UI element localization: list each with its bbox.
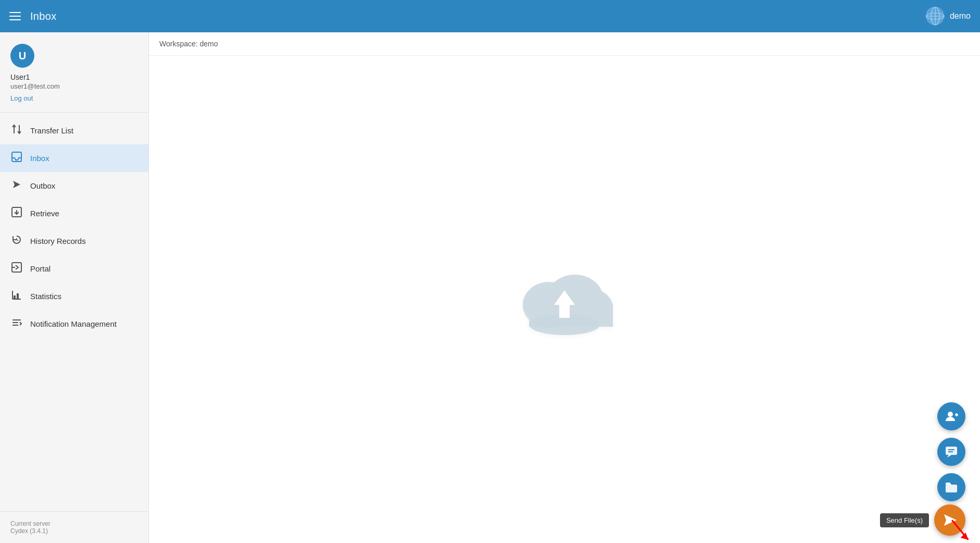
red-arrow-annotation — [949, 517, 975, 543]
notification-management-label: Notification Management — [30, 319, 117, 328]
sidebar-item-statistics[interactable]: Statistics — [0, 282, 148, 310]
history-records-label: History Records — [30, 237, 86, 245]
chat-fab-button[interactable] — [937, 438, 965, 466]
svg-rect-37 — [946, 485, 957, 492]
logout-link[interactable]: Log out — [10, 94, 33, 102]
user-avatar: U — [10, 44, 34, 68]
sidebar-item-inbox[interactable]: Inbox — [0, 144, 148, 172]
sidebar: U User1 user1@test.com Log out Transfer … — [0, 32, 149, 543]
transfer-list-label: Transfer List — [30, 126, 73, 135]
outbox-icon — [10, 179, 23, 193]
menu-icon[interactable] — [9, 12, 21, 20]
cloud-download-icon — [507, 258, 622, 341]
sidebar-username: User1 — [10, 73, 138, 81]
app-header: Inbox demo — [0, 0, 980, 32]
svg-rect-32 — [946, 447, 957, 455]
sidebar-item-outbox[interactable]: Outbox — [0, 172, 148, 200]
svg-rect-17 — [14, 295, 16, 299]
content-area — [149, 56, 980, 543]
svg-line-12 — [17, 240, 18, 241]
app-body: U User1 user1@test.com Log out Transfer … — [0, 32, 980, 543]
server-version: Cydex (3.4.1) — [10, 527, 138, 535]
sidebar-email: user1@test.com — [10, 82, 138, 90]
retrieve-icon — [10, 206, 23, 220]
svg-rect-18 — [17, 293, 19, 299]
outbox-label: Outbox — [30, 181, 55, 190]
app-title: Inbox — [30, 10, 56, 22]
sidebar-footer: Current server Cydex (3.4.1) — [0, 511, 148, 543]
portal-icon — [10, 262, 23, 276]
fab-container — [937, 402, 965, 501]
svg-marker-8 — [13, 181, 20, 188]
add-user-fab-button[interactable] — [937, 402, 965, 430]
sidebar-user-section: U User1 user1@test.com Log out — [0, 32, 148, 113]
user-globe-avatar — [926, 7, 945, 26]
sidebar-item-portal[interactable]: Portal — [0, 255, 148, 282]
history-records-icon — [10, 234, 23, 248]
svg-marker-40 — [961, 533, 969, 540]
inbox-label: Inbox — [30, 154, 49, 163]
header-username: demo — [950, 11, 971, 21]
svg-point-29 — [948, 412, 953, 417]
empty-state-cloud — [507, 258, 622, 341]
header-right: demo — [926, 7, 971, 26]
sidebar-item-transfer-list[interactable]: Transfer List — [0, 117, 148, 144]
statistics-label: Statistics — [30, 292, 61, 301]
send-files-label: Send File(s) — [880, 513, 929, 527]
sidebar-item-retrieve[interactable]: Retrieve — [0, 200, 148, 227]
notification-management-icon — [10, 317, 23, 331]
svg-marker-36 — [947, 455, 951, 458]
retrieve-label: Retrieve — [30, 209, 59, 218]
sidebar-item-notification-management[interactable]: Notification Management — [0, 310, 148, 338]
folder-fab-button[interactable] — [937, 473, 965, 501]
inbox-icon — [10, 151, 23, 165]
statistics-icon — [10, 289, 23, 303]
current-server-label: Current server — [10, 520, 138, 527]
portal-label: Portal — [30, 264, 51, 273]
transfer-list-icon — [10, 124, 23, 138]
sidebar-item-history-records[interactable]: History Records — [0, 227, 148, 255]
main-content: Workspace: demo — [149, 32, 980, 543]
workspace-bar: Workspace: demo — [149, 32, 980, 56]
sidebar-nav: Transfer List Inbox Outbox — [0, 113, 148, 511]
